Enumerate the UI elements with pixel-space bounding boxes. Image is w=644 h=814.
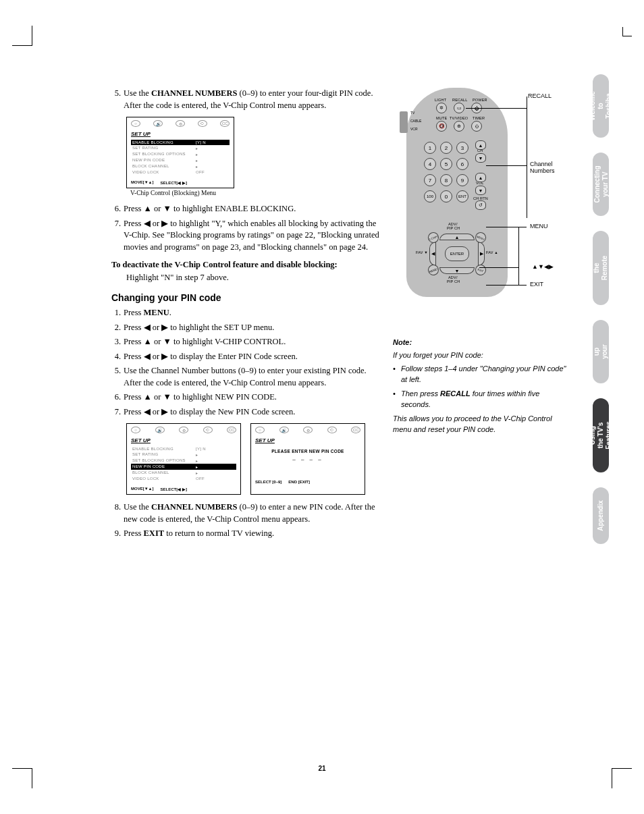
tab-connecting: Connecting your TV (593, 153, 609, 216)
steps-list-a: 5. Use the CHANNEL NUMBERS (0–9) to ente… (111, 88, 381, 111)
step-b3: 3.Press ▲ or ▼ to highlight V-CHIP CONTR… (111, 336, 381, 348)
num-5-button: 5 (440, 158, 452, 170)
steps-list-b2: 8.Use the CHANNEL NUMBERS (0–9) to enter… (111, 501, 381, 540)
step-b4: 4.Press ◀ or ▶ to display the Enter PIN … (111, 351, 381, 363)
note-outro: This allows you to proceed to the V-Chip… (393, 414, 568, 435)
osd-icon-row: ☼ 🔊 ⚙ ⏲ CC (127, 117, 234, 130)
deactivate-heading: To deactivate the V-Chip Control feature… (111, 260, 381, 270)
num-4-button: 4 (424, 158, 436, 170)
dpad-right: ▶ (478, 242, 485, 266)
right-column: TV CABLE VCR LIGHT RECALL POWER ✲ ▭ ⏻ MU… (393, 88, 568, 435)
step-5: 5. Use the CHANNEL NUMBERS (0–9) to ente… (111, 88, 381, 111)
section-heading-change-pin: Changing your PIN code (111, 292, 381, 303)
osd-row: SET BLOCKING OPTIONS▸ (131, 458, 236, 464)
num-1-button: 1 (424, 142, 436, 154)
osd-footer: MOVE[▼▲]SELECT[◀ ▶] (127, 178, 234, 188)
osd-tab-icon: ⚙ (303, 427, 313, 433)
callout-arrows: ▲▼◀▶ (532, 263, 554, 270)
note-intro: If you forget your PIN code: (393, 350, 568, 361)
dpad: ▲ ▼ ◀ ▶ ENTER C.CAPT MENU RESET EXIT (429, 234, 485, 274)
osd-setup-newpin-highlight: ☼ 🔊 ⚙ ⏲ CC SET UP ENABLE BLOCKING[Y] N S… (126, 423, 241, 495)
step-b8: 8.Use the CHANNEL NUMBERS (0–9) to enter… (111, 501, 381, 525)
remote-diagram: TV CABLE VCR LIGHT RECALL POWER ✲ ▭ ⏻ MU… (393, 88, 568, 310)
osd-row: SET RATING▸ (131, 452, 236, 458)
label-tvvideo: TV/VIDEO (450, 116, 468, 120)
osd-row: ENABLE BLOCKING[Y] N (131, 446, 236, 452)
label-fav-left: FAV ▼ (416, 250, 428, 254)
osd-pin-slots: – – – – (255, 456, 360, 462)
label-power: POWER (473, 98, 487, 102)
label-light: LIGHT (435, 98, 446, 102)
mode-switch (400, 111, 408, 133)
num-6-button: 6 (456, 158, 468, 170)
step-b7: 7.Press ◀ or ▶ to display the New PIN Co… (111, 406, 381, 418)
num-8-button: 8 (440, 174, 452, 186)
osd-tab-icon: ⚙ (176, 120, 185, 127)
tab-features-current: Using the TV's Features (593, 398, 609, 472)
tab-welcome: Welcome to Toshiba (593, 74, 609, 138)
light-button: ✲ (436, 103, 447, 113)
page-number: 21 (0, 765, 644, 772)
num-7-button: 7 (424, 174, 436, 186)
callout-line (518, 227, 519, 285)
callout-line (486, 285, 527, 286)
osd-title: SET UP (251, 436, 365, 445)
ch-down-button: ▼ (475, 153, 486, 163)
note-bullet-1: •Follow steps 1–4 under "Changing your P… (393, 364, 568, 385)
osd-body: ENABLE BLOCKING[Y] N SET RATING▸ SET BLO… (127, 138, 234, 178)
osd-row-set-rating: SET RATING▸ (131, 145, 230, 151)
osd-row-block-channel: BLOCK CHANNEL▸ (131, 163, 230, 169)
num-9-button: 9 (456, 174, 468, 186)
osd-prompt: PLEASE ENTER NEW PIN CODE (255, 449, 360, 454)
osd-pair: ☼ 🔊 ⚙ ⏲ CC SET UP ENABLE BLOCKING[Y] N S… (126, 423, 381, 495)
osd-tab-cc-icon: CC (227, 427, 236, 433)
osd-tab-icon: ☼ (131, 120, 140, 127)
switch-label-cable: CABLE (410, 119, 421, 123)
callout-line (486, 165, 527, 166)
ent-button: ENT (456, 190, 468, 202)
tvvideo-button: ⊕ (454, 121, 464, 132)
callout-recall: RECALL (528, 92, 552, 99)
num-2-button: 2 (440, 142, 452, 154)
osd-row-new-pin-code: NEW PIN CODE▸ (131, 157, 230, 163)
osd-tab-icon: 🔊 (155, 427, 165, 433)
osd-footer: MOVE[▼▲]SELECT[◀ ▶] (127, 484, 240, 494)
steps-list-b: 1.Press MENU. 2.Press ◀ or ▶ to highligh… (111, 307, 381, 418)
callout-exit: EXIT (530, 281, 543, 288)
osd-title: SET UP (127, 436, 240, 445)
step-b1: 1.Press MENU. (111, 307, 381, 319)
note-bullet-2: •Then press RECALL four times within fiv… (393, 389, 568, 410)
dpad-up: ▲ (439, 234, 475, 240)
menu-button: MENU (474, 231, 488, 245)
exit-button: EXIT (474, 263, 488, 277)
step-b9: 9.Press EXIT to return to normal TV view… (111, 528, 381, 540)
recall-button: ▭ (454, 103, 464, 113)
label-pipch-bot: PIP CH (447, 279, 460, 283)
osd-tab-icon: ⚙ (179, 427, 188, 433)
tab-remote: Using the Remote Control (593, 231, 609, 305)
remote-control: TV CABLE VCR LIGHT RECALL POWER ✲ ▭ ⏻ MU… (406, 88, 508, 297)
step-b5: 5.Use the Channel Number buttons (0–9) t… (111, 365, 381, 389)
num-3-button: 3 (456, 142, 468, 154)
steps-list-a2: 6.Press ▲ or ▼ to highlight ENABLE BLOCK… (111, 203, 381, 253)
dpad-down: ▼ (439, 267, 475, 274)
tab-appendix: Appendix (593, 487, 609, 544)
num-0-button: 0 (440, 190, 452, 202)
step-7: 7.Press ◀ or ▶ to highlight "Y," which e… (111, 218, 381, 254)
osd-tab-icon: 🔊 (279, 427, 289, 433)
osd-body: ENABLE BLOCKING[Y] N SET RATING▸ SET BLO… (127, 445, 240, 484)
label-timer: TIMER (473, 116, 485, 120)
osd-row-enable-blocking: ENABLE BLOCKING[Y] N (131, 140, 230, 145)
osd-tab-icon: ⏲ (198, 120, 207, 127)
crop-mark (12, 26, 32, 46)
enter-button: ENTER (445, 246, 469, 261)
osd-tab-cc-icon: CC (220, 120, 230, 127)
label-recall: RECALL (452, 98, 468, 102)
osd-title: SET UP (127, 130, 234, 138)
osd-vchip-menu: ☼ 🔊 ⚙ ⏲ CC SET UP ENABLE BLOCKING[Y] N S… (126, 117, 234, 188)
step-b6: 6.Press ▲ or ▼ to highlight NEW PIN CODE… (111, 391, 381, 404)
osd-enter-new-pin: ☼ 🔊 ⚙ ⏲ CC SET UP PLEASE ENTER NEW PIN C… (250, 423, 365, 495)
osd-caption: V-Chip Control (Blocking) Menu (130, 190, 381, 196)
osd-tab-icon: ☼ (131, 427, 140, 433)
osd-row-new-pin-highlight: NEW PIN CODE▸ (131, 464, 236, 470)
